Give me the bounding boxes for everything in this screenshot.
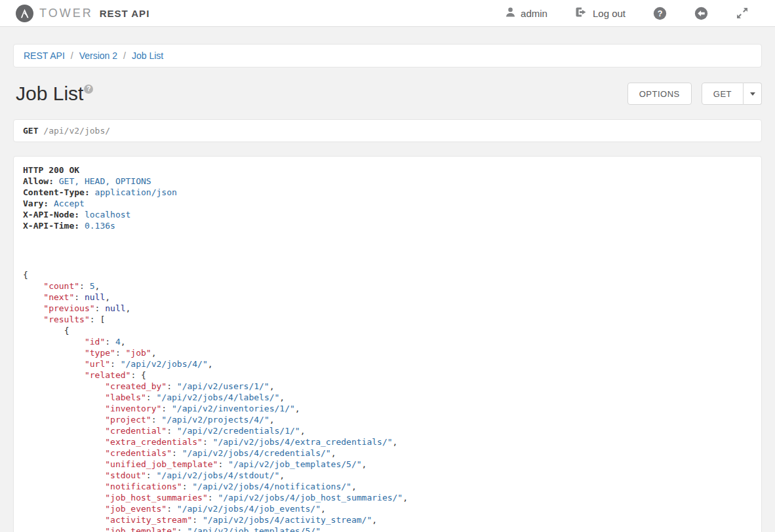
options-button[interactable]: OPTIONS	[627, 83, 692, 105]
json-colon: :	[218, 459, 228, 469]
title-help-icon: ?	[84, 85, 93, 94]
breadcrumb-item-rest-api[interactable]: REST API	[24, 50, 65, 61]
user-menu[interactable]: admin	[505, 7, 547, 20]
json-line: "labels": "/api/v2/jobs/4/labels/",	[23, 392, 752, 403]
header-value: application/json	[90, 187, 177, 197]
indent	[23, 426, 105, 436]
header-value: localhost	[79, 210, 130, 219]
chevron-down-icon	[750, 92, 755, 96]
logout-button[interactable]: Log out	[575, 7, 626, 20]
json-number: 5	[90, 281, 95, 291]
breadcrumb-item-job-list[interactable]: Job List	[132, 50, 163, 61]
json-line: "unified_job_template": "/api/v2/job_tem…	[23, 459, 752, 470]
json-line: {	[23, 269, 752, 280]
svg-text:?: ?	[658, 9, 663, 18]
response-panel: HTTP 200 OK Allow: GET, HEAD, OPTIONSCon…	[13, 156, 762, 532]
json-colon: :	[208, 493, 218, 503]
json-colon: :	[95, 303, 106, 313]
json-key: "related"	[85, 370, 130, 380]
back-button[interactable]	[694, 7, 708, 20]
json-colon: :	[177, 526, 188, 532]
json-key: "count"	[43, 281, 79, 291]
json-comma: ,	[321, 526, 326, 532]
header-value: 0.136s	[79, 221, 115, 231]
json-comma: ,	[95, 281, 100, 291]
topbar-actions: admin Log out ?	[505, 7, 749, 20]
json-colon: :	[182, 482, 193, 491]
title-row: Job List? OPTIONS GET	[13, 82, 762, 105]
json-key: "next"	[43, 292, 74, 302]
help-button[interactable]: ?	[653, 7, 667, 20]
api-link[interactable]: "/api/v2/users/1/"	[177, 381, 269, 391]
json-comma: ,	[126, 303, 131, 313]
expand-icon	[736, 7, 749, 20]
ansible-logo-icon	[16, 5, 33, 22]
json-key: "results"	[43, 314, 89, 324]
api-link[interactable]: "/api/v2/jobs/4/credentials/"	[182, 448, 331, 458]
api-link[interactable]: "/api/v2/jobs/4/activity_stream/"	[203, 515, 372, 525]
api-link[interactable]: "/api/v2/jobs/4/labels/"	[157, 392, 280, 402]
api-link[interactable]: "/api/v2/jobs/4/notifications/"	[192, 482, 351, 491]
logout-label: Log out	[593, 8, 626, 19]
api-link[interactable]: "/api/v2/jobs/4/stdout/"	[157, 470, 280, 480]
brand: TOWER REST API	[16, 5, 149, 22]
json-colon: :	[161, 404, 172, 413]
json-key: "inventory"	[105, 404, 161, 413]
indent	[23, 292, 43, 302]
user-icon	[505, 7, 516, 20]
json-colon: :	[130, 370, 141, 380]
json-colon: :	[167, 504, 177, 514]
json-key: "job_host_summaries"	[105, 493, 208, 503]
header-value: Accept	[49, 199, 85, 208]
json-comma: ,	[121, 337, 126, 347]
indent	[23, 303, 43, 313]
expand-button[interactable]	[736, 7, 749, 20]
api-link[interactable]: "/api/v2/jobs/4/extra_credentials/"	[213, 437, 393, 447]
json-punct: [	[100, 314, 105, 324]
api-link[interactable]: "/api/v2/job_templates/5/"	[228, 459, 362, 469]
json-colon: :	[167, 426, 177, 436]
request-path: /api/v2/jobs/	[38, 126, 110, 136]
json-line: "notifications": "/api/v2/jobs/4/notific…	[23, 481, 752, 492]
json-punct: {	[141, 370, 146, 380]
json-colon: :	[151, 415, 162, 425]
json-comma: ,	[351, 482, 357, 491]
api-link[interactable]: "/api/v2/job_templates/5/"	[187, 526, 321, 532]
json-line: "count": 5,	[23, 280, 752, 292]
json-colon: :	[90, 314, 100, 324]
json-line: "job_events": "/api/v2/jobs/4/job_events…	[23, 503, 752, 514]
get-dropdown-button[interactable]	[744, 83, 762, 105]
api-link[interactable]: "/api/v2/jobs/4/"	[121, 359, 208, 369]
json-line: {	[23, 325, 752, 336]
page-title-text: Job List	[16, 83, 83, 104]
breadcrumb-item-version-2[interactable]: Version 2	[79, 50, 117, 61]
api-link[interactable]: "/api/v2/jobs/4/job_host_summaries/"	[218, 493, 403, 503]
json-line: "job_host_summaries": "/api/v2/jobs/4/jo…	[23, 492, 752, 503]
json-null: null	[85, 292, 105, 302]
response-header-line: Content-Type: application/json	[23, 187, 752, 198]
indent	[23, 348, 85, 358]
json-key: "activity_stream"	[105, 515, 192, 525]
indent	[23, 392, 105, 402]
api-link[interactable]: "/api/v2/jobs/4/job_events/"	[177, 504, 321, 514]
json-comma: ,	[105, 292, 110, 302]
json-line: "related": {	[23, 370, 752, 381]
response-header-line: X-API-Time: 0.136s	[23, 220, 752, 231]
api-link[interactable]: "/api/v2/credentials/1/"	[177, 426, 300, 436]
breadcrumb-separator: /	[123, 50, 126, 61]
indent	[23, 482, 105, 491]
json-line: "credential": "/api/v2/credentials/1/",	[23, 425, 752, 436]
response-body: { "count": 5, "next": null, "previous": …	[23, 269, 752, 532]
json-line: "activity_stream": "/api/v2/jobs/4/activ…	[23, 514, 752, 525]
api-link[interactable]: "/api/v2/inventories/1/"	[172, 404, 295, 413]
json-key: "labels"	[105, 392, 146, 402]
json-key: "job_template"	[105, 526, 177, 532]
json-key: "id"	[85, 337, 105, 347]
request-bar: GET /api/v2/jobs/	[13, 119, 762, 142]
api-link[interactable]: "/api/v2/projects/4/"	[161, 415, 269, 425]
get-button[interactable]: GET	[702, 83, 744, 105]
user-label: admin	[521, 8, 547, 19]
json-comma: ,	[208, 359, 213, 369]
json-string: "job"	[126, 348, 151, 358]
json-comma: ,	[321, 504, 326, 514]
